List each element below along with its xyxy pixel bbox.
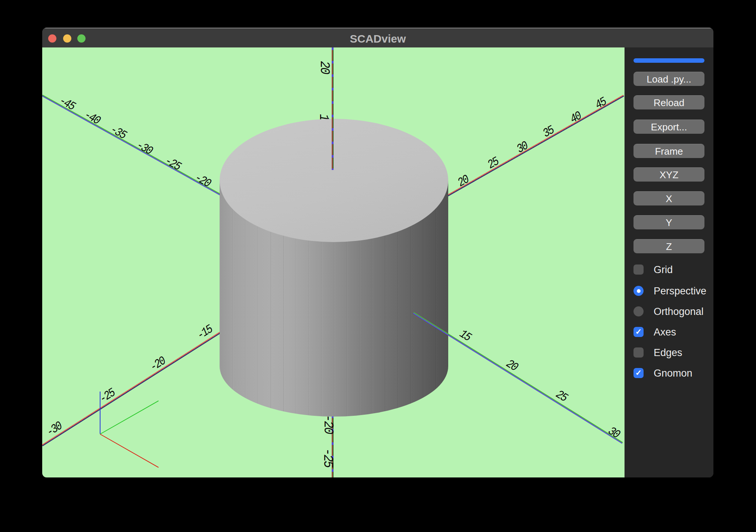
radio-dot-icon xyxy=(637,289,641,293)
view-y-button[interactable]: Y xyxy=(633,215,704,229)
view-z-button[interactable]: Z xyxy=(633,239,704,253)
checkmark-icon: ✓ xyxy=(633,368,644,378)
view-xyz-button[interactable]: XYZ xyxy=(633,167,704,182)
grid-checkbox[interactable]: ✓ xyxy=(633,265,644,275)
perspective-radio[interactable] xyxy=(633,286,644,296)
axis-tick-label: -35 xyxy=(108,123,128,142)
viewport-3d[interactable]: -45 -40 -35 -30 -25 -20 20 25 30 35 40 4… xyxy=(42,47,625,477)
titlebar: SCADview xyxy=(42,28,713,47)
axis-tick-label: -25 xyxy=(320,448,335,467)
gnomon-z-axis-icon xyxy=(100,392,100,434)
toggle-label: Perspective xyxy=(654,286,706,296)
view-x-button[interactable]: X xyxy=(633,191,704,205)
window-content: -45 -40 -35 -30 -25 -20 20 25 30 35 40 4… xyxy=(42,47,713,477)
edges-checkbox[interactable]: ✓ xyxy=(633,347,644,358)
axis-tick-label: 25 xyxy=(485,155,501,172)
axis-tick-label: 30 xyxy=(514,139,530,156)
load-py-button[interactable]: Load .py... xyxy=(633,72,704,86)
axis-tick-label: 40 xyxy=(568,109,583,126)
app-window: SCADview -45 -40 -35 -30 -25 -20 20 25 3… xyxy=(42,28,713,477)
toggle-label: Edges xyxy=(654,347,682,358)
export-button[interactable]: Export... xyxy=(633,120,704,134)
axis-tick-label: -25 xyxy=(162,154,183,173)
axis-line-upper-right xyxy=(446,95,624,197)
axis-tick-label: -40 xyxy=(82,108,102,127)
gnomon-checkbox[interactable]: ✓ xyxy=(633,368,644,378)
toggle-label: Gnomon xyxy=(654,368,693,378)
axis-tick-label: -45 xyxy=(57,94,77,113)
axis-tick-label: -20 xyxy=(320,415,336,433)
toggle-label: Orthogonal xyxy=(654,306,704,317)
reload-button[interactable]: Reload xyxy=(633,95,704,109)
toggle-label: Grid xyxy=(654,265,673,275)
axes-checkbox[interactable]: ✓ xyxy=(633,327,644,337)
cylinder-top-face xyxy=(220,119,448,242)
axis-tick-label: 35 xyxy=(540,123,556,140)
toggle-label: Axes xyxy=(654,327,676,337)
axis-tick-label: -30 xyxy=(44,419,65,439)
progress-bar xyxy=(633,58,704,63)
axis-tick-label: 20 xyxy=(317,61,332,73)
axis-tick-label: -20 xyxy=(148,354,168,374)
gnomon-x-axis-icon xyxy=(100,434,159,468)
axis-tick-label: 45 xyxy=(593,95,608,112)
axis-tick-label: 20 xyxy=(455,173,471,190)
gnomon-y-axis-icon xyxy=(100,400,159,434)
axis-tick-label: -15 xyxy=(195,322,215,342)
frame-button[interactable]: Frame xyxy=(633,144,704,158)
window-title: SCADview xyxy=(42,28,713,48)
checkmark-icon: ✓ xyxy=(633,327,644,337)
sidebar: Load .py... Reload Export... Frame XYZ X… xyxy=(625,47,713,477)
axis-line-vertical-top xyxy=(332,47,334,170)
orthogonal-radio[interactable] xyxy=(633,306,644,316)
